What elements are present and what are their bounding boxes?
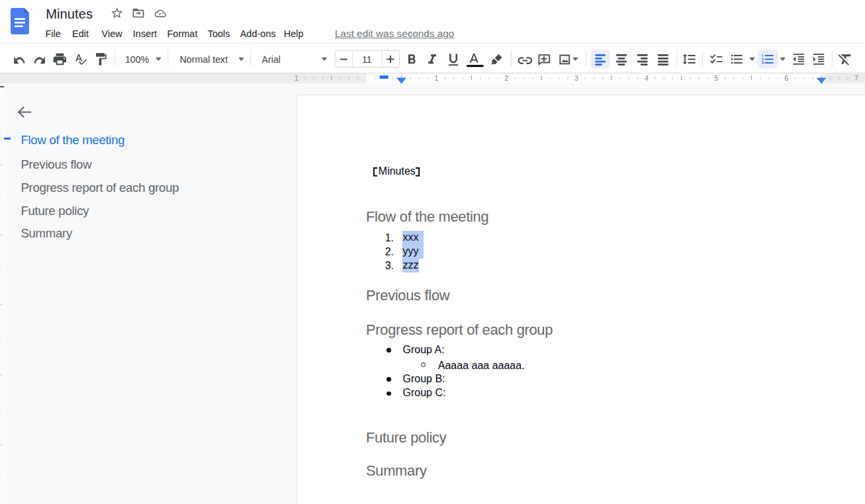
svg-text:11: 11 bbox=[362, 54, 372, 65]
svg-text:3: 3 bbox=[574, 74, 578, 82]
svg-text:1: 1 bbox=[295, 74, 298, 82]
svg-text:5: 5 bbox=[715, 74, 719, 82]
svg-text:6: 6 bbox=[784, 74, 788, 82]
svg-text:100%: 100% bbox=[125, 54, 150, 65]
svg-text:1: 1 bbox=[435, 74, 439, 82]
svg-text:4: 4 bbox=[645, 74, 649, 82]
svg-text:2: 2 bbox=[504, 74, 508, 82]
svg-text:Arial: Arial bbox=[262, 54, 281, 65]
svg-text:7: 7 bbox=[854, 74, 858, 82]
svg-text:Normal text: Normal text bbox=[180, 54, 228, 65]
